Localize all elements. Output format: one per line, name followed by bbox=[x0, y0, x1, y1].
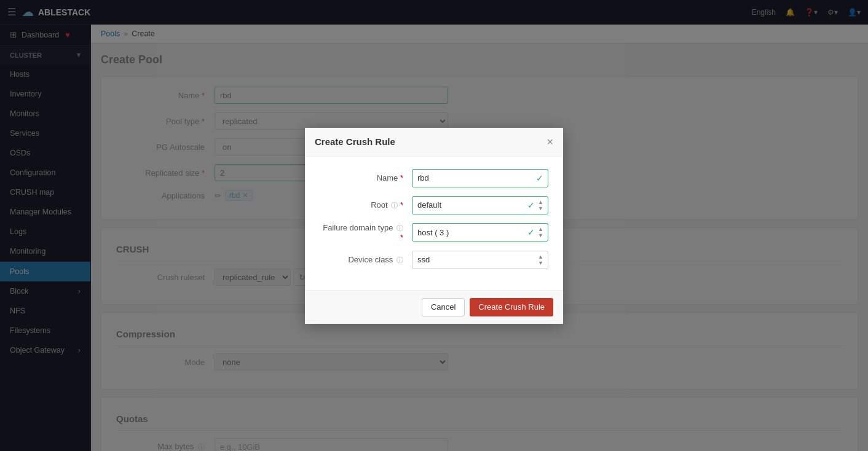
modal-device-class-select[interactable]: ssd bbox=[412, 251, 548, 269]
modal-device-class-row: Device class ⓘ ssd ▲▼ bbox=[320, 251, 548, 269]
help-icon-failure-domain: ⓘ bbox=[397, 224, 403, 232]
modal-header: Create Crush Rule × bbox=[305, 128, 563, 157]
modal-root-row: Root ⓘ * default ✓ ▲▼ bbox=[320, 196, 548, 214]
modal-name-input[interactable] bbox=[412, 169, 548, 187]
valid-checkmark-root: ✓ bbox=[527, 200, 535, 210]
modal-failure-domain-wrap: host ( 3 ) ✓ ▲▼ bbox=[412, 223, 548, 241]
modal-cancel-button[interactable]: Cancel bbox=[422, 298, 465, 316]
modal-root-wrap: default ✓ ▲▼ bbox=[412, 196, 548, 214]
modal-failure-domain-label: Failure domain type ⓘ * bbox=[320, 223, 412, 242]
modal-name-row: Name * ✓ bbox=[320, 169, 548, 187]
modal-create-crush-rule-button[interactable]: Create Crush Rule bbox=[470, 298, 553, 316]
modal-overlay: Create Crush Rule × Name * ✓ Root ⓘ bbox=[0, 0, 868, 451]
modal-name-wrap: ✓ bbox=[412, 169, 548, 187]
modal-body: Name * ✓ Root ⓘ * default bbox=[305, 157, 563, 290]
valid-checkmark-name: ✓ bbox=[536, 173, 543, 183]
valid-checkmark-failure-domain: ✓ bbox=[527, 227, 535, 237]
create-crush-rule-modal: Create Crush Rule × Name * ✓ Root ⓘ bbox=[305, 128, 563, 324]
modal-close-button[interactable]: × bbox=[546, 136, 553, 147]
help-icon-device-class: ⓘ bbox=[397, 256, 403, 264]
modal-device-class-label: Device class ⓘ bbox=[320, 255, 412, 265]
modal-device-class-wrap: ssd ▲▼ bbox=[412, 251, 548, 269]
help-icon-root: ⓘ bbox=[391, 202, 398, 209]
modal-title: Create Crush Rule bbox=[315, 136, 395, 147]
modal-name-label: Name * bbox=[320, 173, 412, 182]
modal-root-label: Root ⓘ * bbox=[320, 200, 412, 210]
modal-failure-domain-row: Failure domain type ⓘ * host ( 3 ) ✓ ▲▼ bbox=[320, 223, 548, 242]
modal-footer: Cancel Create Crush Rule bbox=[305, 290, 563, 324]
